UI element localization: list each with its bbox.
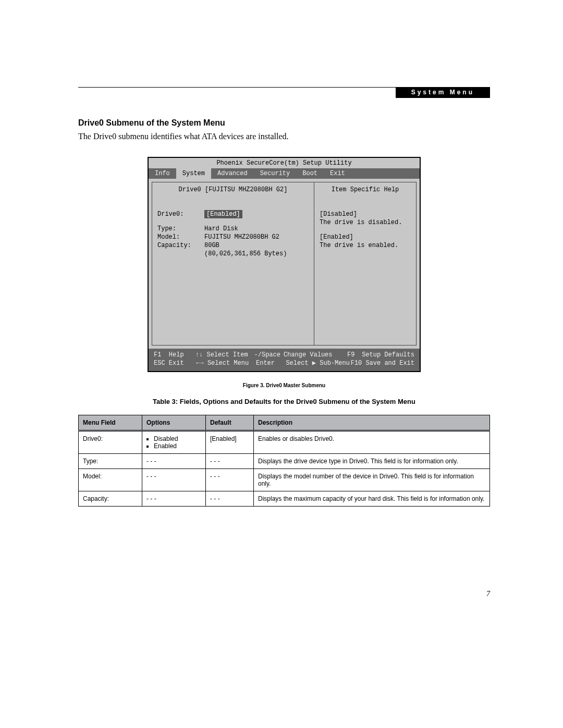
bf-defaults: Setup Defaults — [362, 351, 414, 360]
cell-default: - - - — [206, 454, 254, 469]
bios-capacity-bytes: (80,026,361,856 Bytes) — [204, 250, 309, 258]
cell-description: Displays the model number of the device … — [254, 469, 490, 491]
table-row: Drive0: Disabled Enabled [Enabled] Enabl… — [79, 431, 490, 454]
bios-help-pane: Item Specific Help [Disabled] The drive … — [314, 182, 417, 345]
cell-default: - - - — [206, 469, 254, 491]
bios-help-title: Item Specific Help — [320, 186, 411, 194]
cell-menu-field: Capacity: — [79, 491, 142, 507]
option-item: Enabled — [154, 442, 201, 450]
bios-field-label: Type: — [157, 225, 204, 233]
bios-tab-boot: Boot — [296, 168, 324, 179]
help-line: [Disabled] — [320, 210, 411, 218]
bf-f9: F9 — [347, 351, 362, 360]
bios-tab-advanced: Advanced — [211, 168, 254, 179]
bios-field-label: Drive0: — [157, 210, 204, 218]
spec-table: Menu Field Options Default Description D… — [78, 415, 490, 507]
cell-options: - - - — [142, 491, 206, 507]
help-line: The drive is enabled. — [320, 241, 411, 250]
cell-description: Displays the maximum capacity of your ha… — [254, 491, 490, 507]
bf-enter: Enter — [256, 359, 286, 368]
th-menu-field: Menu Field — [79, 415, 142, 431]
bios-field-label: Capacity: — [157, 241, 204, 250]
cell-options: - - - — [142, 454, 206, 469]
bios-tabs: Info System Advanced Security Boot Exit — [149, 168, 420, 179]
bf-submenu: Select ▶ Sub-Menu — [286, 359, 350, 368]
bios-footer: F1 Help ↑↓ Select Item -/Space Change Va… — [149, 349, 420, 372]
bios-field-label: Model: — [157, 233, 204, 241]
help-line: The drive is disabled. — [320, 218, 411, 227]
section-intro: The Drive0 submenu identifies what ATA d… — [78, 132, 490, 141]
bf-change: Change Values — [284, 351, 347, 360]
bios-tab-security: Security — [254, 168, 297, 179]
bf-save: Save and Exit — [365, 359, 414, 368]
bios-drive0-value: [Enabled] — [204, 210, 242, 218]
bios-type-value: Hard Disk — [204, 225, 309, 233]
bf-f10: F10 — [351, 359, 366, 368]
th-default: Default — [206, 415, 254, 431]
bios-tab-system: System — [176, 168, 211, 179]
cell-options: - - - — [142, 469, 206, 491]
bios-model-value: FUJITSU MHZ2080BH G2 — [204, 233, 309, 241]
figure-caption: Figure 3. Drive0 Master Submenu — [78, 382, 490, 388]
page-header: System Menu — [78, 87, 490, 97]
cell-description: Enables or disables Drive0. — [254, 431, 490, 454]
cell-menu-field: Drive0: — [79, 431, 142, 454]
th-description: Description — [254, 415, 490, 431]
bf-exit: ESC Exit — [154, 359, 196, 368]
option-item: Disabled — [154, 435, 201, 442]
bf-space: -/Space — [254, 351, 284, 360]
header-label: System Menu — [396, 87, 490, 98]
cell-default: [Enabled] — [206, 431, 254, 454]
bf-selitem: ↑↓ Select Item — [195, 351, 254, 360]
cell-menu-field: Model: — [79, 469, 142, 491]
bios-tab-exit: Exit — [324, 168, 351, 179]
bios-tab-info: Info — [149, 168, 176, 179]
cell-options: Disabled Enabled — [142, 431, 206, 454]
bf-selmenu: ←→ Select Menu — [196, 359, 256, 368]
section-title: Drive0 Submenu of the System Menu — [78, 118, 490, 128]
table-row: Type: - - - - - - Displays the drive dev… — [79, 454, 490, 469]
cell-description: Displays the drive device type in Drive0… — [254, 454, 490, 469]
bios-utility-title: Phoenix SecureCore(tm) Setup Utility — [149, 158, 420, 168]
cell-default: - - - — [206, 491, 254, 507]
cell-menu-field: Type: — [79, 454, 142, 469]
th-options: Options — [142, 415, 206, 431]
help-line: [Enabled] — [320, 233, 411, 241]
bf-help: F1 Help — [154, 351, 195, 360]
table-row: Capacity: - - - - - - Displays the maxim… — [79, 491, 490, 507]
bios-capacity-value: 80GB — [204, 241, 309, 250]
bios-left-title: Drive0 [FUJITSU MHZ2080BH G2] — [157, 186, 309, 194]
page-number: 7 — [78, 590, 490, 598]
table-title: Table 3: Fields, Options and Defaults fo… — [78, 398, 490, 405]
bios-screenshot: Phoenix SecureCore(tm) Setup Utility Inf… — [148, 157, 421, 372]
table-row: Model: - - - - - - Displays the model nu… — [79, 469, 490, 491]
bios-left-pane: Drive0 [FUJITSU MHZ2080BH G2] Drive0: [E… — [152, 182, 314, 345]
